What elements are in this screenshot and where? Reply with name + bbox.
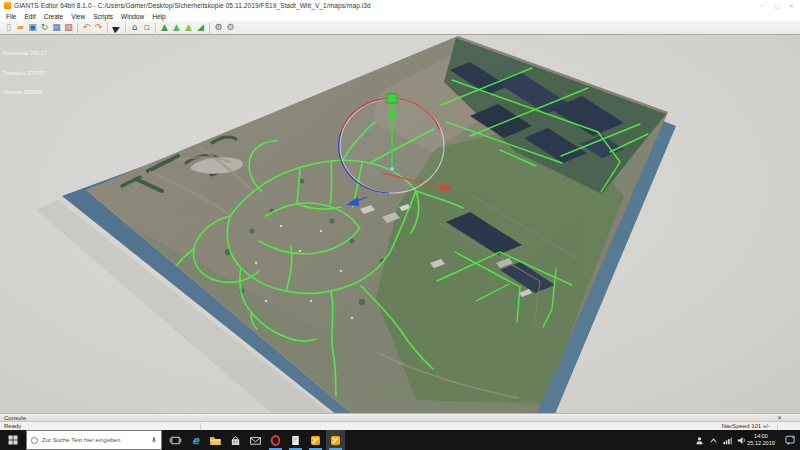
menu-file[interactable]: File [2, 13, 20, 20]
toolbar-separator [209, 23, 210, 33]
taskbar-clock[interactable]: 14:00 25.12.2019 [743, 433, 779, 448]
export-file-icon[interactable]: ▨ [63, 22, 74, 34]
toolbar-separator [125, 23, 126, 33]
gizmo-center[interactable] [390, 167, 395, 172]
tray-date: 25.12.2019 [743, 440, 779, 448]
menubar: FileEditCreateViewScriptsWindowHelp [0, 11, 800, 21]
snap-toggle-icon[interactable]: ▫ [141, 22, 152, 34]
edge-taskbar-button[interactable]: e [186, 430, 205, 450]
stat-framerate: Framerate 293.17 [3, 50, 47, 57]
render-settings-icon[interactable]: ⚙ [225, 22, 236, 34]
opera-taskbar-button[interactable] [266, 430, 285, 450]
terrain[interactable] [86, 36, 668, 413]
network-icon[interactable] [720, 430, 734, 450]
menu-view[interactable]: View [67, 13, 89, 20]
minimize-icon[interactable]: — [759, 2, 765, 9]
terrain-foliage-icon[interactable]: ▲ [183, 22, 194, 34]
action-center-button[interactable] [781, 430, 798, 450]
editor-settings-icon[interactable]: ⚙ [213, 22, 224, 34]
maximize-icon[interactable]: ▢ [774, 2, 780, 9]
search-input[interactable] [42, 437, 147, 443]
menu-window[interactable]: Window [117, 13, 148, 20]
taskbar-search[interactable] [26, 430, 162, 450]
store-taskbar-button[interactable] [226, 430, 245, 450]
status-ready: Ready [4, 423, 21, 429]
terrain-paint-icon[interactable]: ▲ [171, 22, 182, 34]
reload-icon[interactable]: ↻ [39, 22, 50, 34]
save-file-icon[interactable]: ▣ [27, 22, 38, 34]
statusbar-divider [777, 423, 778, 430]
toolbar-separator [77, 23, 78, 33]
cortana-ring-icon [30, 436, 39, 445]
giants-editor-active-taskbar-button[interactable] [326, 430, 345, 450]
stat-vertices: Vertices 390308 [3, 89, 47, 96]
user-icon[interactable] [692, 430, 706, 450]
titlebar: GIANTS Editor 64bit 8.1.0 - C:/Users/Gam… [0, 0, 800, 11]
chevron-up-icon[interactable] [706, 430, 720, 450]
window-title: GIANTS Editor 64bit 8.1.0 - C:/Users/Gam… [14, 2, 371, 9]
toolbar-separator [155, 23, 156, 33]
svg-text:e: e [192, 434, 200, 446]
action-center-icon [784, 434, 796, 446]
menu-scripts[interactable]: Scripts [89, 13, 117, 20]
close-icon[interactable]: ✕ [789, 2, 794, 9]
statusbar-divider [200, 423, 201, 430]
stat-triangles: Triangles 375337 [3, 70, 47, 77]
console-close-icon[interactable]: ✕ [777, 415, 782, 421]
task-view-taskbar-button[interactable] [166, 430, 185, 450]
giants-editor-window: GIANTS Editor 64bit 8.1.0 - C:/Users/Gam… [0, 0, 800, 450]
new-file-icon[interactable]: ▯ [3, 22, 14, 34]
giants-editor-taskbar-button[interactable] [306, 430, 325, 450]
menu-help[interactable]: Help [148, 13, 169, 20]
statusbar: Ready NavSpeed 101 +/- [0, 421, 800, 430]
terrain-smooth-icon[interactable]: ◢ [195, 22, 206, 34]
console-panel-header[interactable]: Console ✕ [0, 413, 800, 421]
tray-time: 14:00 [743, 433, 779, 441]
viewport-3d[interactable]: Framerate 293.17 Triangles 375337 Vertic… [0, 35, 800, 413]
open-file-icon[interactable]: ▰ [15, 22, 26, 34]
import-file-icon[interactable]: ▦ [51, 22, 62, 34]
menu-edit[interactable]: Edit [20, 13, 39, 20]
scene-home-icon[interactable]: ⌂ [129, 22, 140, 34]
file-explorer-taskbar-button[interactable] [206, 430, 225, 450]
render-stats: Framerate 293.17 Triangles 375337 Vertic… [3, 37, 47, 109]
console-title: Console [4, 415, 26, 421]
nav-speed: NavSpeed 101 +/- [721, 423, 770, 429]
mail-taskbar-button[interactable] [246, 430, 265, 450]
select-tool-icon[interactable]: ▶ [109, 20, 124, 36]
undo-icon[interactable]: ↶ [81, 22, 92, 34]
terrain-sculpt-icon[interactable]: ▲ [159, 22, 170, 34]
taskbar: e 14:00 25.12.2019 [0, 430, 800, 450]
windows-logo-icon [7, 434, 19, 446]
start-button[interactable] [0, 430, 26, 450]
notepad-taskbar-button[interactable] [286, 430, 305, 450]
window-controls: — ▢ ✕ [759, 2, 796, 9]
microphone-icon[interactable] [150, 435, 158, 445]
gizmo-handle[interactable] [387, 94, 397, 103]
toolbar: ▯▰▣↻▦▨↶↷▶⌂▫▲▲▲◢⚙⚙ [0, 21, 800, 35]
redo-icon[interactable]: ↷ [93, 22, 104, 34]
haze [86, 36, 668, 413]
scene-render [0, 35, 800, 413]
app-logo-icon [4, 2, 11, 9]
menu-create[interactable]: Create [40, 13, 68, 20]
